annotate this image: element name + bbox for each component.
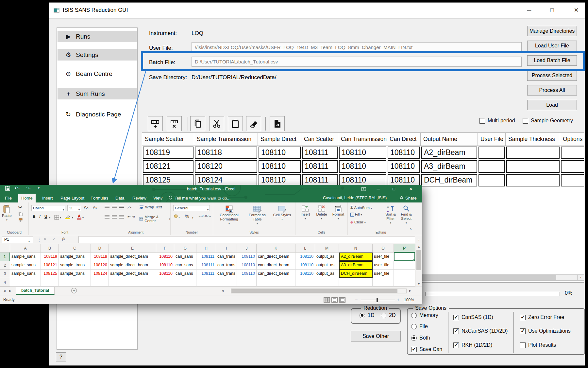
excel-column-header-E[interactable]: E bbox=[109, 244, 156, 253]
zoom-out-icon[interactable]: − bbox=[355, 297, 358, 302]
reduction-1d-radio[interactable] bbox=[360, 313, 365, 318]
excel-cell-A4[interactable] bbox=[10, 278, 41, 287]
excel-cell-P1[interactable] bbox=[394, 253, 415, 261]
excel-cell-D3[interactable]: 108124 bbox=[91, 270, 109, 278]
excel-cell-C1[interactable]: sample_trans bbox=[59, 253, 91, 261]
zero-error-free-option[interactable]: Zero Error Free bbox=[520, 314, 564, 321]
share-button[interactable]: Share bbox=[399, 194, 417, 202]
excel-cell-O1[interactable]: user_file bbox=[373, 253, 394, 261]
wrap-text-button[interactable]: Wrap Text bbox=[139, 205, 162, 209]
save-can-option[interactable]: Save Can bbox=[411, 346, 442, 353]
excel-cell-M3[interactable]: output_as bbox=[315, 270, 339, 278]
indent-icons[interactable]: ⇤ ⇥ bbox=[127, 214, 135, 219]
column-header-can-scatter[interactable]: Can Scatter bbox=[301, 133, 338, 146]
excel-cell-G4[interactable] bbox=[174, 278, 196, 287]
excel-cell-N4[interactable] bbox=[339, 278, 373, 287]
sidebar-item-sum-runs[interactable]: + Sum Runs bbox=[58, 88, 137, 99]
sidebar-item-beam-centre[interactable]: ⊙ Beam Centre bbox=[58, 68, 137, 79]
hscroll-left-icon[interactable]: ◄ bbox=[221, 289, 224, 292]
sidebar-item-settings[interactable]: ⚙ Settings bbox=[58, 49, 137, 61]
batch-table-cell[interactable]: A2_dirBeam bbox=[421, 147, 477, 159]
batch-table-cell[interactable] bbox=[479, 160, 505, 173]
batch-table-cell[interactable]: 108110 bbox=[339, 160, 386, 173]
cansas-option[interactable]: CanSAS (1D) bbox=[453, 314, 493, 321]
autosum-button[interactable]: Σ AutoSum ▾ bbox=[350, 205, 372, 210]
excel-row-header-2[interactable]: 2 bbox=[0, 261, 10, 270]
batch-table-cell[interactable]: 108110 bbox=[259, 147, 301, 159]
sort-filter-button[interactable]: AZ Sort & Filter▾ bbox=[383, 205, 398, 225]
excel-cell-B2[interactable]: 108121 bbox=[41, 261, 59, 270]
cut-rows-button[interactable] bbox=[209, 116, 224, 131]
multi-period-option[interactable]: Multi-period bbox=[479, 117, 515, 124]
excel-column-header-C[interactable]: C bbox=[59, 244, 91, 253]
select-all-corner[interactable] bbox=[0, 244, 10, 253]
excel-maximize-icon[interactable]: □ bbox=[388, 185, 399, 194]
fx-icon[interactable]: fx bbox=[62, 236, 65, 241]
batch-table-cell[interactable] bbox=[479, 174, 505, 186]
underline-dropdown[interactable]: ▾ bbox=[49, 216, 50, 219]
file-radio[interactable] bbox=[411, 324, 417, 329]
bold-button[interactable]: B bbox=[32, 214, 36, 219]
customize-qat-icon[interactable]: ▾ bbox=[38, 186, 40, 190]
excel-cell-G2[interactable]: can_sans bbox=[174, 261, 196, 270]
format-cells-button[interactable]: Format▾ bbox=[331, 205, 346, 221]
excel-close-icon[interactable]: ✕ bbox=[405, 185, 416, 194]
normal-view-icon[interactable] bbox=[324, 297, 330, 303]
use-optimizations-checkbox[interactable] bbox=[520, 328, 526, 334]
excel-cell-L1[interactable]: 108110 bbox=[295, 253, 315, 261]
cut-icon[interactable]: ✂ bbox=[18, 204, 23, 210]
batch-table-cell[interactable]: A3_dirBeam bbox=[421, 160, 477, 173]
excel-column-header-G[interactable]: G bbox=[174, 244, 196, 253]
excel-horizontal-scrollbar[interactable] bbox=[231, 289, 407, 293]
batch-table-cell[interactable]: 108119 bbox=[143, 147, 193, 159]
column-header-sample-transmission[interactable]: Sample Transmission bbox=[194, 133, 258, 146]
column-header-can-transmission[interactable]: Can Transmission bbox=[338, 133, 387, 146]
sheet-tab-batch-tutorial[interactable]: batch_Tutorial bbox=[16, 287, 55, 295]
sheet-next-icon[interactable]: ► bbox=[8, 289, 12, 293]
batch-table-cell[interactable]: DCH_dirBeam bbox=[421, 174, 477, 186]
excel-column-header-B[interactable]: B bbox=[41, 244, 59, 253]
format-painter-icon[interactable] bbox=[18, 218, 23, 223]
batch-table-cell[interactable] bbox=[506, 160, 560, 173]
excel-column-header-P[interactable]: P bbox=[394, 244, 415, 253]
sample-geometry-checkbox[interactable] bbox=[523, 118, 528, 124]
excel-cell-H3[interactable]: 108111 bbox=[196, 270, 216, 278]
save-other-button[interactable]: Save Other bbox=[351, 331, 401, 342]
excel-cell-G3[interactable]: can_sans bbox=[174, 270, 196, 278]
column-header-sample-thickness[interactable]: Sample Thickness bbox=[506, 133, 560, 146]
column-header-can-direct[interactable]: Can Direct bbox=[387, 133, 421, 146]
batch-table-cell[interactable]: 108110 bbox=[259, 160, 301, 173]
conditional-formatting-button[interactable]: ≠ Conditional Formatting▾ bbox=[215, 205, 243, 226]
plot-results-option[interactable]: Plot Results bbox=[520, 342, 556, 348]
excel-cell-K1[interactable]: can_direct_beam bbox=[257, 253, 295, 261]
tab-insert[interactable]: Insert bbox=[39, 194, 56, 202]
italic-button[interactable]: I bbox=[39, 214, 41, 219]
font-name-select[interactable]: Calibri▾ bbox=[31, 205, 65, 211]
both-radio[interactable] bbox=[411, 335, 417, 341]
excel-cell-I4[interactable] bbox=[216, 278, 237, 287]
grow-font-icon[interactable]: A˄ bbox=[84, 205, 89, 210]
scrollbar-right-arrow-icon[interactable]: › bbox=[577, 275, 583, 280]
excel-cell-H1[interactable]: 108111 bbox=[196, 253, 216, 261]
excel-cell-I1[interactable]: can_trans bbox=[216, 253, 237, 261]
underline-button[interactable]: U bbox=[44, 214, 48, 219]
redo-icon[interactable]: ↷▾ bbox=[26, 185, 31, 191]
font-size-select[interactable]: 11▾ bbox=[67, 205, 81, 211]
scroll-down-icon[interactable]: ▼ bbox=[415, 282, 422, 286]
save-can-checkbox[interactable] bbox=[411, 347, 417, 352]
process-all-button[interactable]: Process All bbox=[527, 85, 577, 96]
excel-cell-M1[interactable]: output_as bbox=[315, 253, 339, 261]
borders-icon[interactable] bbox=[54, 215, 59, 220]
nxcansas-option[interactable]: NxCanSAS (1D/2D) bbox=[453, 328, 508, 334]
column-header-sample-scatter[interactable]: Sample Scatter bbox=[142, 133, 194, 146]
excel-cell-I2[interactable]: can_trans bbox=[216, 261, 237, 270]
column-header-options[interactable]: Options bbox=[560, 133, 584, 146]
rkh-option[interactable]: RKH (1D/2D) bbox=[453, 342, 492, 348]
batch-table-cell[interactable] bbox=[561, 160, 584, 173]
clear-button[interactable]: ◆ Clear ▾ bbox=[350, 220, 366, 224]
excel-cell-A2[interactable]: sample_sans bbox=[10, 261, 41, 270]
excel-cell-E1[interactable]: sample_direct_beam bbox=[109, 253, 156, 261]
merge-center-button[interactable]: Merge & Center▾ bbox=[139, 215, 170, 223]
hscroll-right-icon[interactable]: ► bbox=[409, 289, 412, 292]
batch-table-cell[interactable]: 108120 bbox=[195, 160, 257, 173]
